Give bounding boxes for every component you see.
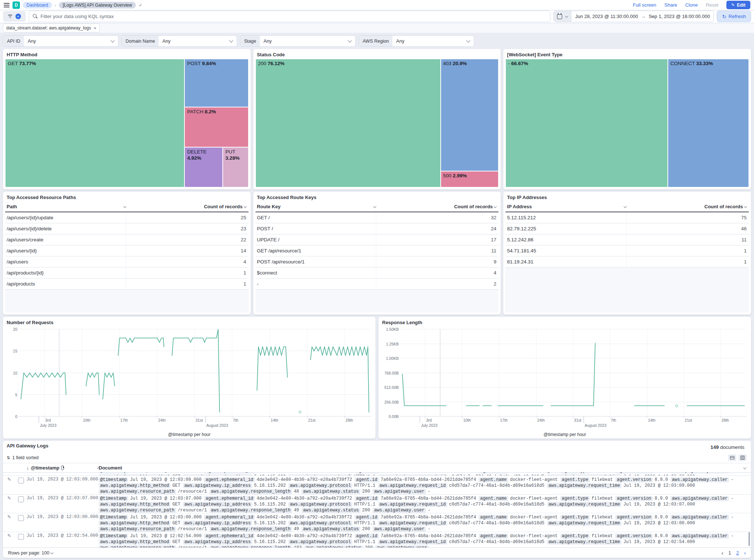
treemap-tile-500[interactable]: 500 2.99% (441, 171, 499, 187)
field-name-chip: aws.apigateway.status (302, 489, 360, 494)
data-point-marker (299, 411, 301, 414)
remove-filter-icon[interactable]: × (94, 25, 96, 31)
field-sorted-button[interactable]: 1 field sorted (12, 455, 39, 460)
table-filler (5, 290, 249, 312)
expand-row-icon[interactable]: ✎ (3, 532, 15, 548)
control-domain-name[interactable]: Domain Name Any (121, 35, 237, 47)
pencil-icon: ✎ (731, 3, 734, 7)
treemap-tile--[interactable]: - 66.67% (505, 59, 667, 187)
table-row[interactable]: 5.12.115.21275 (505, 212, 749, 223)
field-value: 8.9.0 (655, 472, 668, 474)
response-length-line-chart[interactable]: 0.00B256.00B512.00B768.00B1.00KB1.25KB1.… (401, 329, 745, 417)
table-row[interactable]: /api/users/create22 (5, 234, 249, 245)
logs-table-header: ↓ @timestamp Document (3, 463, 751, 473)
expand-row-icon[interactable]: ✎ (3, 476, 15, 495)
display-options-icon[interactable] (728, 454, 736, 461)
field-value: GET (172, 483, 180, 488)
control-label: AWS Region (359, 36, 392, 46)
log-row[interactable]: ✎Jul 19, 2023 @ 12:03:09.000@timestampJu… (3, 476, 751, 495)
field-name-chip: aws.apigateway.ip_address (183, 474, 252, 475)
treemap-tile-403[interactable]: 403 20.9% (441, 59, 499, 171)
field-value: Jul 19, 2023 @ 12:03:07.000 (130, 496, 201, 501)
clone-link[interactable]: Clone (685, 2, 698, 8)
table-row[interactable]: 82.79.12.22546 (505, 223, 749, 234)
table-row[interactable]: /api/users/{id}/delete23 (5, 223, 249, 234)
edit-button[interactable]: ✎Edit (726, 1, 750, 9)
log-timestamp: Jul 19, 2023 @ 12:03:07.000 (27, 495, 99, 513)
field-name-chip: aws.apigateway.resource_path (99, 527, 176, 532)
log-row[interactable]: ✎Jul 19, 2023 @ 12:03:00.000@timestampJu… (3, 513, 751, 532)
previous-page-icon[interactable]: ‹ (722, 550, 723, 556)
treemap-tile-DELETE[interactable]: DELETE 4.92% (184, 147, 223, 187)
expand-row-icon[interactable]: ✎ (3, 495, 15, 513)
log-row[interactable]: ✎Jul 19, 2023 @ 12:03:07.000@timestampJu… (3, 495, 751, 513)
field-value: 4de3e042-4e80-4b30-a792-e20a4b739f72 (257, 534, 352, 539)
row-checkbox[interactable] (18, 496, 24, 502)
control-stage[interactable]: Stage Any (240, 35, 356, 47)
timestamp-column-header[interactable]: ↓ @timestamp (27, 465, 99, 471)
table-row[interactable]: 5.12.242.8611 (505, 234, 749, 245)
y-axis-tick-label: 512.00B (384, 385, 399, 390)
row-checkbox[interactable] (18, 534, 24, 540)
table-row[interactable]: GET /32 (256, 212, 499, 223)
column-header[interactable]: Route Key (256, 204, 376, 209)
page-2-button[interactable]: 2 (736, 550, 739, 556)
table-row[interactable]: 54.71.181.451 (505, 245, 749, 256)
refresh-button[interactable]: ↻ Refresh (717, 11, 751, 22)
rows-per-page-button[interactable]: Rows per page: 100 (8, 550, 49, 556)
control-api-id[interactable]: API ID Any (3, 35, 119, 47)
requests-line-chart[interactable]: 051015203rd10th17th24th31st7th14th21st28… (20, 329, 370, 417)
menu-icon[interactable] (4, 3, 10, 7)
full-screen-grid-icon[interactable] (739, 454, 747, 461)
table-row[interactable]: /api/products/{id}1 (5, 267, 249, 279)
table-row[interactable]: 81.19.24.311 (505, 256, 749, 267)
expand-row-icon[interactable]: ✎ (3, 513, 15, 532)
table-row[interactable]: POST /24 (256, 223, 499, 234)
treemap-tile-POST[interactable]: POST 9.84% (184, 59, 248, 107)
table-row[interactable]: -2 (256, 279, 499, 290)
control-aws-region[interactable]: AWS Region Any (359, 35, 474, 47)
column-header[interactable]: Count of records (126, 204, 249, 209)
filter-pill[interactable]: data_stream.dataset: aws.apigateway_logs… (3, 24, 100, 32)
next-page-icon[interactable]: › (744, 550, 746, 556)
breadcrumb-dashboard[interactable]: Dashboard (23, 2, 52, 8)
column-header[interactable]: IP Address (505, 204, 626, 209)
chevron-down-icon (348, 38, 352, 42)
table-row[interactable]: GET /api/resource/111 (256, 245, 499, 256)
filter-icon[interactable] (8, 15, 12, 18)
column-header[interactable]: Count of records (626, 204, 749, 209)
log-row[interactable]: ✎Jul 19, 2023 @ 12:02:54.000@timestampJu… (3, 532, 751, 548)
column-header[interactable]: Path (5, 204, 126, 209)
table-row[interactable]: UPDATE /17 (256, 234, 499, 245)
table-row[interactable]: /api/users/{id}14 (5, 245, 249, 256)
treemap-tile-200[interactable]: 200 76.12% (256, 59, 441, 187)
date-to[interactable]: Sep 1, 2023 @ 16:00:00.000 (649, 14, 710, 19)
row-checkbox[interactable] (18, 478, 24, 483)
breadcrumb-page-title[interactable]: [Logs AWS] API Gateway Overview (59, 2, 135, 8)
date-from[interactable]: Jun 28, 2023 @ 11:30:00.000 (575, 14, 638, 19)
share-link[interactable]: Share (665, 2, 677, 8)
treemap-tile-CONNECT[interactable]: CONNECT 33.33% (668, 59, 749, 187)
treemap-tile-PATCH[interactable]: PATCH 8.2% (184, 107, 248, 147)
treemap-tile-GET[interactable]: GET 73.77% (5, 59, 184, 187)
row-checkbox[interactable] (18, 515, 24, 521)
page-1-button[interactable]: 1 (729, 550, 731, 556)
table-cell-count: 2 (376, 281, 498, 287)
field-value: c0d57da7-c774-46a1-8d4b-d69e16a618d5 (449, 483, 545, 488)
calendar-button[interactable] (554, 11, 571, 22)
treemap-tile-label: GET 73.77% (6, 59, 184, 68)
kql-search-input[interactable]: Filter your data using KQL syntax (29, 11, 550, 22)
vertical-scrollbar[interactable] (748, 532, 750, 546)
table-row[interactable]: /api/users4 (5, 256, 249, 267)
full-screen-link[interactable]: Full screen (633, 2, 656, 8)
space-avatar[interactable]: D (13, 1, 20, 9)
add-filter-icon[interactable]: + (15, 14, 21, 19)
table-row[interactable]: POST /api/resource/19 (256, 256, 499, 267)
table-row[interactable]: /api/products1 (5, 279, 249, 290)
table-row[interactable]: /api/users/{id}/update25 (5, 212, 249, 223)
document-column-header[interactable]: Document (99, 465, 751, 471)
column-header[interactable]: Count of records (376, 204, 498, 209)
table-row[interactable]: $connect4 (256, 267, 499, 279)
treemap-tile-PUT[interactable]: PUT 3.28% (223, 147, 248, 187)
field-name-chip: aws.apigateway.http_method (99, 474, 170, 475)
